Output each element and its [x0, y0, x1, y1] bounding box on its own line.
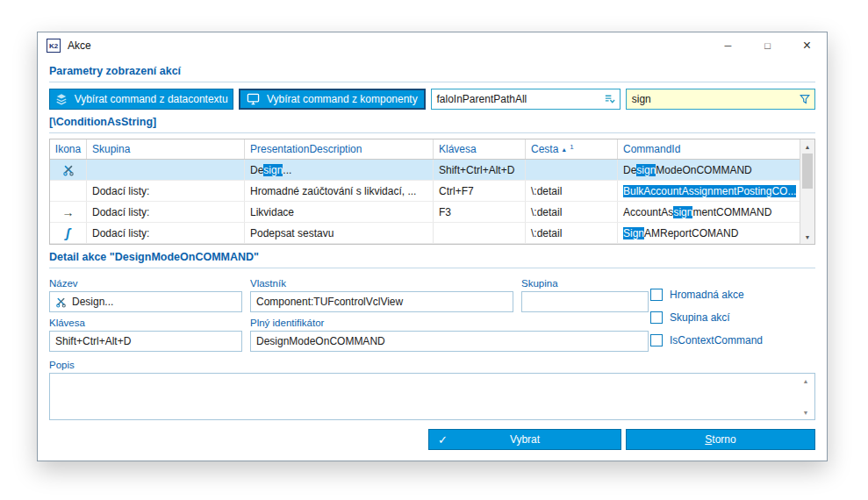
cell-skupina [87, 160, 245, 180]
dropdown-list-icon[interactable] [603, 93, 620, 105]
column-header-ikona[interactable]: Ikona [50, 139, 87, 159]
detail-checkboxes: Hromadná akce Skupina akcí IsContextComm… [650, 275, 815, 352]
dialog-content: Parametry zobrazení akcí Vybírat command… [38, 62, 827, 461]
text: torno [712, 433, 735, 446]
vybrat-button[interactable]: ✓ Vybrat [428, 429, 621, 450]
arrow-right-icon: → [62, 205, 75, 219]
klavesa-value: Shift+Ctrl+Alt+D [55, 335, 131, 347]
storno-button[interactable]: Storno [626, 429, 815, 450]
table-scrollbar[interactable]: ▲ ▼ [800, 139, 814, 244]
cell-commandid: DesignModeOnCOMMAND [618, 160, 800, 180]
layers-icon [55, 93, 68, 105]
cell-klavesa: Ctrl+F7 [434, 181, 526, 201]
popis-textarea[interactable]: ▲ ▼ [49, 373, 815, 420]
column-label: PresentationDescription [250, 143, 362, 155]
nazev-label: Název [49, 275, 242, 289]
column-label: Skupina [92, 143, 130, 155]
checkbox-icon[interactable] [650, 334, 663, 346]
design-mode-icon [62, 164, 75, 176]
table-row-podepsat[interactable]: ʃ Dodací listy: Podepsat sestavu \:detai… [50, 223, 800, 244]
match-highlight: sign [636, 164, 656, 176]
plny-identifikator-value: DesignModeOnCOMMAND [256, 335, 385, 347]
text: Podepsat sestavu [250, 227, 334, 239]
column-header-klavesa[interactable]: Klávesa [434, 139, 526, 159]
cell-presentationdescription: Podepsat sestavu [245, 223, 434, 243]
maximize-button[interactable]: □ [748, 32, 787, 59]
window-title: Akce [68, 39, 91, 52]
scroll-down-icon[interactable]: ▼ [800, 231, 814, 243]
condition-combo[interactable]: faloInParentPathAll [431, 89, 621, 110]
detail-fields: Název Vlastník Skupina Design... Compon [49, 275, 649, 352]
check-icon: ✓ [438, 433, 448, 446]
cell-klavesa [434, 223, 526, 243]
klavesa-field[interactable]: Shift+Ctrl+Alt+D [49, 331, 242, 352]
filter-value: sign [632, 93, 651, 105]
column-header-presentationdescription[interactable]: PresentationDescription [245, 139, 434, 159]
filter-funnel-icon[interactable] [799, 93, 814, 105]
cell-cesta: \:detail [526, 223, 618, 243]
button-label: Vybírat command z datacontextu [75, 93, 228, 105]
table-row-likvidace[interactable]: → Dodací listy: Likvidace F3 \:detail Ac… [50, 202, 800, 223]
table-row-bulk-posting[interactable]: Dodací listy: Hromadné zaúčtování s likv… [50, 181, 800, 202]
scroll-up-icon[interactable]: ▲ [799, 375, 813, 387]
skupina-label: Skupina [521, 275, 649, 289]
column-header-cesta[interactable]: Cesta ▲ 1 [526, 139, 618, 159]
filter-input[interactable]: sign [626, 89, 815, 110]
select-command-component-button[interactable]: Vybírat command z komponenty [239, 89, 425, 110]
cell-klavesa: Shift+Ctrl+Alt+D [434, 160, 526, 180]
popis-label: Popis [49, 360, 815, 370]
plny-identifikator-field[interactable]: DesignModeOnCOMMAND [250, 331, 649, 352]
nazev-field[interactable]: Design... [49, 291, 242, 312]
window-controls: ─ □ × [708, 32, 827, 59]
combo-value: faloInParentPathAll [437, 93, 527, 105]
checkbox-label: Skupina akcí [670, 311, 730, 324]
toolbar: Vybírat command z datacontextu Vybírat c… [49, 89, 815, 110]
checkbox-iscontextcommand[interactable]: IsContextCommand [650, 334, 815, 346]
button-label: Vybírat command z komponenty [267, 93, 418, 105]
table-header-row: Ikona Skupina PresentationDescription Kl… [50, 139, 800, 160]
column-label: Cesta [531, 143, 558, 155]
cell-skupina: Dodací listy: [87, 223, 245, 243]
select-command-datacontext-button[interactable]: Vybírat command z datacontextu [49, 89, 233, 110]
titlebar[interactable]: K2 Akce ─ □ × [38, 32, 827, 59]
k2-app-icon: K2 [47, 39, 61, 53]
cell-ikona: ʃ [50, 223, 87, 243]
vlastnik-field[interactable]: Component:TUFcontrolVclView [250, 291, 513, 312]
condition-section-header: [\ConditionAsString] [49, 113, 815, 133]
scroll-down-icon[interactable]: ▼ [799, 406, 813, 418]
cell-presentationdescription: Likvidace [245, 202, 434, 222]
cell-cesta [526, 160, 618, 180]
vybrat-label: Vybrat [510, 433, 540, 446]
klavesa-label: Klávesa [49, 315, 242, 328]
signature-icon: ʃ [66, 225, 70, 240]
scroll-up-icon[interactable]: ▲ [800, 140, 814, 153]
cell-commandid: SignAMReportCOMAND [618, 223, 800, 243]
checkbox-hromadna-akce[interactable]: Hromadná akce [650, 289, 815, 301]
text: Likvidace [250, 206, 294, 218]
match-highlight: BulkAccountAssignmentPostingCO... [623, 185, 796, 197]
params-section-header: Parametry zobrazení akcí [49, 62, 815, 82]
scrollbar-thumb[interactable] [802, 154, 813, 189]
detail-section-header: Detail akce "DesignModeOnCOMMAND" [49, 248, 815, 268]
table-row-design[interactable]: Design... Shift+Ctrl+Alt+D DesignModeOnC… [50, 160, 800, 181]
close-button[interactable]: × [787, 32, 827, 59]
checkbox-icon[interactable] [650, 311, 663, 324]
sort-ascending-icon: ▲ [561, 146, 567, 153]
match-highlight: sign [673, 206, 692, 218]
vlastnik-value: Component:TUFcontrolVclView [256, 296, 403, 308]
checkbox-skupina-akci[interactable]: Skupina akcí [650, 311, 815, 324]
nazev-value: Design... [72, 296, 113, 308]
column-header-commandid[interactable]: CommandId [618, 139, 800, 159]
text: De [623, 164, 636, 176]
text: ModeOnCOMMAND [656, 164, 751, 176]
skupina-field[interactable] [521, 291, 649, 312]
cell-skupina: Dodací listy: [87, 202, 245, 222]
cell-cesta: \:detail [526, 181, 618, 201]
column-header-skupina[interactable]: Skupina [87, 139, 245, 159]
checkbox-label: Hromadná akce [670, 289, 744, 301]
checkbox-icon[interactable] [650, 289, 663, 301]
sort-order-number: 1 [570, 143, 573, 151]
minimize-button[interactable]: ─ [708, 32, 748, 59]
text: AMReportCOMAND [644, 227, 738, 239]
plny-identifikator-label: Plný identifikátor [250, 315, 649, 328]
